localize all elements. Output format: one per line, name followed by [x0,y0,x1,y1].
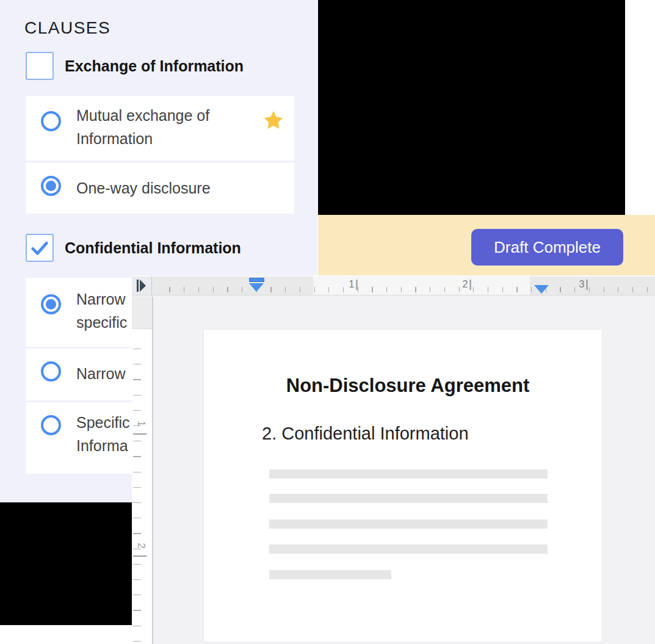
ruler-number: 2 [135,543,147,548]
ruler-major-tick [133,555,147,557]
document-canvas: Non-Disclosure Agreement 2. Confidential… [153,297,655,644]
clause-section-label: Exchange of Information [65,57,244,75]
radio-unselected-icon[interactable] [41,361,61,382]
first-line-indent-marker[interactable] [249,278,264,282]
draft-complete-button[interactable]: Draft Complete [471,229,623,266]
clause-section-exchange[interactable]: Exchange of Information [26,52,244,80]
radio-selected-icon[interactable] [41,294,61,314]
horizontal-ruler[interactable]: 1 2 3 [152,277,655,295]
draft-banner: Draft Complete [318,215,655,277]
ruler-minor-ticks [133,329,141,644]
ruler-number: 1 [135,421,147,426]
placeholder-line [269,469,548,479]
black-decor-block-top [318,0,625,215]
option-label: Narrow [76,362,126,385]
vertical-ruler[interactable]: 1 2 [132,297,152,644]
radio-unselected-icon[interactable] [41,111,61,131]
tab-stop-triangle [140,280,146,292]
option-card-one-way[interactable]: One-way disclosure [26,163,294,214]
tab-stop-bar [137,280,139,292]
placeholder-line [269,519,548,529]
option-label: Mutual exchange of Information [76,104,209,150]
left-indent-marker[interactable] [249,283,264,292]
placeholder-line [269,494,548,503]
clause-section-confidential[interactable]: Confidential Information [26,234,241,262]
radio-unselected-icon[interactable] [41,415,61,435]
clause-section-label: Confidential Information [65,239,241,257]
option-label: Specific Informa [76,411,130,457]
screenshot-root: CLAUSES Exchange of Information Mutual e… [0,0,655,644]
checkbox-checked-icon[interactable] [26,234,54,262]
checkmark-icon [29,237,50,258]
ruler-number: 1 [349,279,355,290]
ruler-major-tick [133,433,147,435]
ruler-number: 3 [579,279,585,290]
ruler-margin-segment [132,297,152,329]
document-title[interactable]: Non-Disclosure Agreement [268,375,548,397]
placeholder-line [269,545,548,554]
radio-selected-icon[interactable] [41,176,61,196]
option-label: One-way disclosure [76,176,211,200]
placeholder-line [269,570,391,579]
checkbox-unchecked-icon[interactable] [26,52,54,80]
document-heading[interactable]: 2. Confidential Information [262,424,469,444]
option-label: Narrow specific [76,288,127,334]
panel-title: CLAUSES [24,18,110,38]
option-card-mutual-exchange[interactable]: Mutual exchange of Information [26,96,294,161]
tab-stop-selector-icon[interactable] [132,277,152,295]
ruler-number: 2 [463,279,468,290]
star-icon[interactable] [264,110,283,130]
document-editor-window: 1 2 3 1 2 Non-Disclosure Agreement 2. Co… [132,275,655,644]
document-page[interactable]: Non-Disclosure Agreement 2. Confidential… [203,329,603,642]
black-decor-block-bottom [0,502,132,625]
right-indent-marker[interactable] [534,285,549,294]
